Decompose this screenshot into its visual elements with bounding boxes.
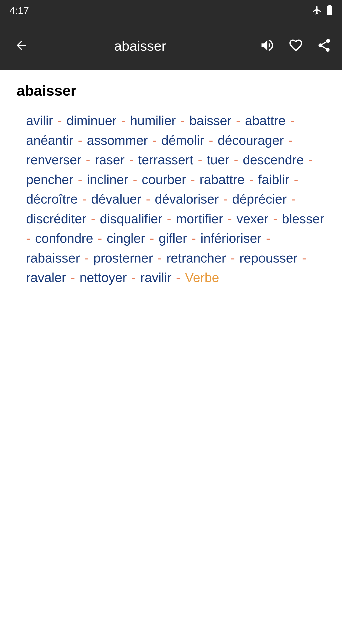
synonym-link[interactable]: cingler bbox=[107, 231, 145, 246]
synonym-link[interactable]: gifler bbox=[159, 231, 187, 246]
separator: - bbox=[188, 231, 199, 246]
svg-rect-1 bbox=[329, 5, 331, 6]
synonym-link[interactable]: discréditer bbox=[26, 212, 86, 226]
separator: - bbox=[146, 231, 158, 246]
separator: - bbox=[74, 133, 86, 148]
action-buttons bbox=[259, 38, 333, 54]
separator: - bbox=[205, 133, 217, 148]
battery-icon bbox=[327, 5, 333, 16]
synonym-link[interactable]: faiblir bbox=[258, 172, 289, 187]
synonym-link[interactable]: humilier bbox=[130, 113, 176, 128]
status-icons bbox=[312, 5, 333, 16]
synonym-link[interactable]: courber bbox=[142, 172, 186, 187]
separator: - bbox=[269, 212, 281, 226]
synonym-link[interactable]: dévaloriser bbox=[155, 192, 219, 206]
synonym-link[interactable]: incliner bbox=[87, 172, 128, 187]
separator: - bbox=[128, 270, 139, 285]
separator: - bbox=[287, 113, 295, 128]
synonym-link[interactable]: mortifier bbox=[176, 212, 223, 226]
synonym-link[interactable]: prosterner bbox=[93, 251, 153, 266]
share-button[interactable] bbox=[316, 38, 333, 54]
synonym-link[interactable]: inférioriser bbox=[200, 231, 261, 246]
synonym-link[interactable]: vexer bbox=[237, 212, 269, 226]
synonym-link[interactable]: terrassert bbox=[138, 152, 193, 167]
separator: - bbox=[79, 192, 90, 206]
separator: - bbox=[149, 133, 160, 148]
separator: - bbox=[172, 270, 184, 285]
synonym-link[interactable]: tuer bbox=[207, 152, 229, 167]
synonyms-list: avilir - diminuer - humilier - baisser -… bbox=[17, 111, 325, 288]
separator: - bbox=[54, 113, 66, 128]
separator: - bbox=[232, 113, 244, 128]
synonym-link[interactable]: repousser bbox=[239, 251, 298, 266]
part-of-speech-label: Verbe bbox=[185, 270, 219, 285]
status-bar: 4:17 bbox=[0, 0, 342, 22]
synonym-link[interactable]: ravaler bbox=[26, 270, 66, 285]
synonym-link[interactable]: pencher bbox=[26, 172, 73, 187]
separator: - bbox=[164, 212, 175, 226]
content-area: abaisser avilir - diminuer - humilier - … bbox=[0, 70, 342, 300]
synonym-link[interactable]: disqualifier bbox=[100, 212, 163, 226]
synonym-link[interactable]: ravilir bbox=[140, 270, 171, 285]
separator: - bbox=[82, 152, 94, 167]
synonym-link[interactable]: confondre bbox=[35, 231, 93, 246]
synonym-link[interactable]: renverser bbox=[26, 152, 81, 167]
word-heading: abaisser bbox=[17, 82, 325, 99]
synonym-link[interactable]: nettoyer bbox=[80, 270, 127, 285]
separator: - bbox=[81, 251, 92, 266]
separator: - bbox=[246, 172, 257, 187]
separator: - bbox=[299, 251, 307, 266]
synonym-link[interactable]: diminuer bbox=[66, 113, 117, 128]
separator: - bbox=[67, 270, 79, 285]
separator: - bbox=[94, 231, 106, 246]
svg-rect-0 bbox=[327, 6, 332, 16]
separator: - bbox=[118, 113, 129, 128]
separator: - bbox=[154, 251, 166, 266]
speak-button[interactable] bbox=[259, 38, 276, 54]
volume-icon bbox=[260, 38, 275, 54]
separator: - bbox=[288, 192, 296, 206]
separator: - bbox=[129, 172, 141, 187]
synonym-link[interactable]: décourager bbox=[218, 133, 284, 148]
separator: - bbox=[194, 152, 206, 167]
separator: - bbox=[220, 192, 231, 206]
synonym-link[interactable]: retrancher bbox=[167, 251, 226, 266]
synonym-link[interactable]: rabattre bbox=[199, 172, 245, 187]
heart-icon bbox=[288, 38, 304, 54]
app-bar: abaisser bbox=[0, 22, 342, 70]
synonym-link[interactable]: raser bbox=[95, 152, 125, 167]
synonym-link[interactable]: déprécier bbox=[232, 192, 287, 206]
app-title: abaisser bbox=[21, 38, 259, 54]
separator: - bbox=[74, 172, 86, 187]
separator: - bbox=[262, 231, 271, 246]
favorite-button[interactable] bbox=[287, 38, 304, 54]
separator: - bbox=[227, 251, 238, 266]
separator: - bbox=[126, 152, 137, 167]
separator: - bbox=[305, 152, 313, 167]
synonym-link[interactable]: blesser bbox=[282, 212, 324, 226]
share-icon bbox=[317, 38, 332, 54]
synonym-link[interactable]: avilir bbox=[26, 113, 53, 128]
separator: - bbox=[224, 212, 236, 226]
separator: - bbox=[142, 192, 154, 206]
synonym-link[interactable]: assommer bbox=[87, 133, 148, 148]
separator: - bbox=[26, 231, 34, 246]
separator: - bbox=[177, 113, 188, 128]
separator: - bbox=[87, 212, 99, 226]
synonym-link[interactable]: rabaisser bbox=[26, 251, 80, 266]
synonym-link[interactable]: démolir bbox=[161, 133, 204, 148]
separator: - bbox=[230, 152, 242, 167]
synonym-link[interactable]: anéantir bbox=[26, 133, 73, 148]
synonym-link[interactable]: baisser bbox=[189, 113, 231, 128]
synonym-link[interactable]: descendre bbox=[243, 152, 304, 167]
synonym-link[interactable]: abattre bbox=[245, 113, 286, 128]
separator: - bbox=[187, 172, 198, 187]
synonym-link[interactable]: dévaluer bbox=[91, 192, 141, 206]
separator: - bbox=[285, 133, 293, 148]
airplane-mode-icon bbox=[312, 5, 322, 16]
synonym-link[interactable]: décroître bbox=[26, 192, 78, 206]
status-time: 4:17 bbox=[9, 5, 29, 16]
separator: - bbox=[290, 172, 298, 187]
